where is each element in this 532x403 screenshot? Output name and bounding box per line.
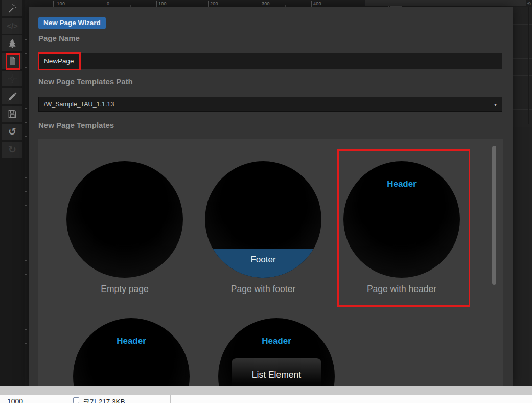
template-card-row2-3[interactable]: Header: [73, 318, 190, 386]
right-panel-row: [513, 41, 532, 59]
ruler-minor-tick: [182, 5, 182, 7]
ruler-tick: [25, 136, 27, 137]
template-footer-text: Footer: [250, 255, 275, 264]
status-size-text: 크기 217.3KB: [83, 397, 125, 403]
redo-icon: ↻: [8, 145, 16, 154]
page-name-input[interactable]: [38, 53, 502, 69]
move-target-icon: [7, 74, 17, 84]
right-panel-row: [513, 110, 532, 127]
ruler-tick: [25, 260, 27, 261]
ruler-minor-tick: [79, 5, 79, 7]
right-panel-row: [513, 76, 532, 93]
template-footer-area: Footer: [205, 249, 321, 278]
template-list-element-box: List Element: [232, 358, 321, 386]
toolbar-save-button[interactable]: [2, 106, 22, 122]
ruler-tick: [25, 371, 27, 371]
corner-refresh-icon: ⟲: [526, 0, 532, 7]
annotation-rect-new-page-button: [6, 53, 20, 70]
ruler-tick: [25, 95, 27, 95]
templates-section-label: New Page Templates: [38, 121, 114, 129]
toolbar-move-button[interactable]: [2, 71, 22, 86]
toolbar-wizard-button[interactable]: [2, 0, 22, 16]
ruler-tick-label: 100: [158, 1, 167, 6]
ruler-minor-tick: [234, 5, 234, 7]
right-panel-row: [513, 93, 532, 110]
chevron-down-icon: ▾: [494, 102, 497, 107]
ruler-tick: [25, 26, 27, 26]
status-divider: [170, 395, 171, 403]
annotation-rect-page-name: [38, 52, 81, 70]
ruler-tick: [25, 150, 27, 150]
ruler-tick: [25, 357, 27, 357]
template-card-page-with-footer[interactable]: Footer: [205, 161, 321, 278]
templates-path-select[interactable]: /W_Sample_TAU_1.1.13 ▾: [38, 97, 502, 112]
pencil-icon: [7, 92, 17, 102]
ruler-minor-tick: [285, 5, 286, 7]
page-name-label: Page Name: [38, 34, 80, 42]
dialog-title-badge: New Page Wizard: [38, 17, 106, 29]
ruler-tick: [25, 122, 27, 123]
right-panel-row: [513, 59, 532, 76]
ruler-tick: [25, 274, 27, 275]
right-panel-divider: [528, 7, 529, 124]
ruler-tick-label: 200: [210, 1, 218, 6]
ruler-tick: [260, 1, 260, 7]
ruler-tick: [25, 205, 27, 206]
ruler-minor-tick: [337, 5, 337, 7]
ruler-tick: [25, 329, 27, 330]
ruler-tick: [311, 1, 312, 7]
template-label: Page with footer: [205, 284, 321, 295]
ruler-minor-tick: [130, 5, 131, 7]
right-panel-row: [513, 25, 532, 42]
ruler-tick: [208, 1, 209, 7]
ruler-tick: [25, 343, 27, 344]
template-label: Empty page: [66, 284, 183, 295]
ruler-tick: [25, 12, 27, 12]
template-list-element-text: List Element: [252, 370, 301, 380]
gallery-scrollbar-thumb[interactable]: [492, 146, 496, 285]
ruler-tick-label: -100: [55, 1, 65, 6]
ruler-tick: [25, 219, 27, 219]
status-left-value: 1000: [7, 397, 23, 403]
ruler-tick: [363, 1, 363, 7]
template-card-row2-4[interactable]: HeaderList Element: [218, 318, 335, 386]
right-background-panel: [513, 7, 532, 386]
ruler-tick: [25, 191, 27, 192]
save-icon: [7, 109, 17, 119]
ruler-tick-label: 0: [107, 1, 109, 6]
templates-path-value: /W_Sample_TAU_1.1.13: [44, 101, 114, 108]
status-divider: [68, 395, 68, 403]
template-header-text: Header: [218, 336, 335, 346]
ruler-tick: [25, 233, 27, 233]
code-icon: </>: [7, 22, 18, 30]
toolbar-undo-button[interactable]: ↺: [2, 124, 22, 140]
status-bar-gray: [0, 386, 532, 395]
ruler-tick: [25, 39, 27, 40]
toolbar-widget-tree-button[interactable]: [2, 35, 22, 51]
ruler-tick: [25, 108, 27, 109]
ruler-tick: [25, 177, 27, 178]
magic-wand-icon: [7, 3, 17, 13]
ruler-tick: [53, 1, 54, 7]
ruler-tick: [25, 247, 27, 247]
right-panel-row: [513, 7, 532, 25]
ruler-tick: [25, 53, 27, 54]
ruler-tick: [25, 81, 27, 81]
ruler-tick-label: 400: [313, 1, 321, 6]
ruler-tick: [25, 67, 27, 68]
ruler-tick: [25, 302, 27, 302]
ruler-tick: [25, 288, 27, 288]
ruler-tick: [105, 1, 105, 7]
ruler-tick: [25, 316, 27, 316]
toolbar-edit-button[interactable]: [2, 88, 22, 104]
size-checkbox-icon: [73, 397, 79, 403]
ruler-tick-label: 300: [262, 1, 270, 6]
toolbar-redo-button[interactable]: ↻: [2, 142, 22, 158]
ruler-tick: [25, 164, 27, 164]
vertical-ruler: [25, 0, 29, 386]
undo-icon: ↺: [8, 127, 16, 137]
tree-icon: [7, 38, 17, 49]
toolbar-code-button[interactable]: </>: [2, 18, 22, 34]
template-card-empty-page[interactable]: [66, 161, 183, 278]
template-header-text: Header: [73, 336, 190, 346]
